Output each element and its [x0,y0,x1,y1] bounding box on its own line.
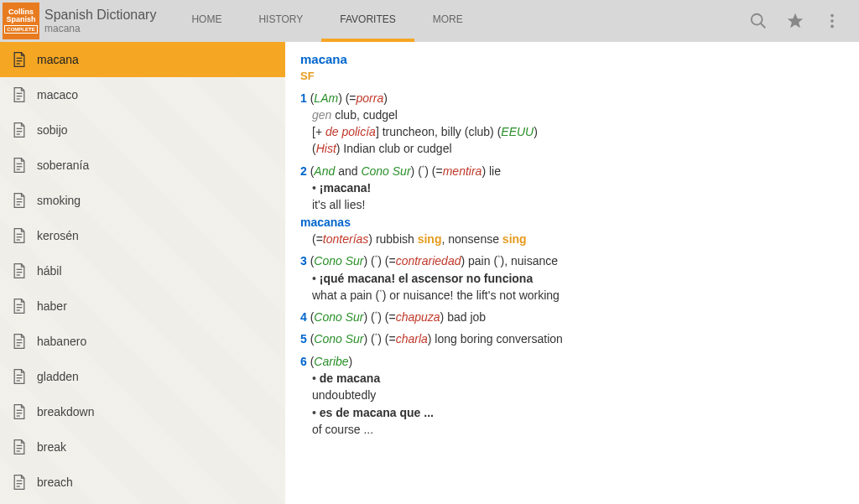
star-icon[interactable] [777,3,814,39]
list-item[interactable]: haber [0,288,285,324]
svg-point-0 [752,14,763,25]
sense-5: 5 (Cono Sur) (*) (=charla) long boring c… [300,330,844,347]
list-item[interactable]: brave [0,500,285,504]
list-item-label: macana [37,53,79,66]
list-item-label: breakdown [37,405,95,418]
main: macanamacacosobijosoberaníasmokingkerosé… [0,42,859,504]
list-item[interactable]: habanero [0,324,285,359]
search-icon[interactable] [740,3,777,39]
svg-point-3 [830,14,834,18]
sidebar[interactable]: macanamacacosobijosoberaníasmokingkerosé… [0,42,285,504]
headword: macana [300,50,844,69]
app-logo: Collins Spanish COMPLETE [3,3,39,39]
svg-marker-2 [788,13,803,28]
list-item-label: haber [37,299,67,313]
tab-history[interactable]: HISTORY [240,0,321,42]
list-item[interactable]: kerosén [0,218,285,253]
title-block: Spanish Dictionary macana [44,8,173,34]
svg-line-1 [761,23,766,29]
header-actions [740,3,859,39]
tab-home[interactable]: HOME [173,0,240,42]
tab-more[interactable]: MORE [414,0,482,42]
list-item-label: smoking [37,194,81,207]
list-item[interactable]: macana [0,42,285,77]
svg-point-4 [830,19,834,23]
list-item[interactable]: breach [0,465,285,500]
list-item-label: hábil [37,264,62,278]
logo-line2: Spanish [6,16,35,23]
sense-6: 6 (Caribe) • de macana undoubtedly • es … [300,353,844,438]
list-item-label: break [37,440,66,454]
list-item[interactable]: sobijo [0,112,285,148]
overflow-icon[interactable] [814,3,851,39]
list-item[interactable]: smoking [0,183,285,218]
list-item-label: gladden [37,370,79,383]
content[interactable]: macana SF 1 (LAm) (=porra) gen club, cud… [285,42,859,504]
app-subtitle: macana [44,23,156,34]
tab-favorites[interactable]: FAVORITES [321,0,414,42]
sense-2: 2 (And and Cono Sur) (*) (=mentira) lie … [300,163,844,247]
sense-1: 1 (LAm) (=porra) gen club, cudgel [+ de … [300,90,844,158]
list-item[interactable]: break [0,429,285,465]
list-item[interactable]: hábil [0,253,285,288]
list-item-label: breach [37,475,73,489]
list-item-label: sobijo [37,123,68,137]
app-title: Spanish Dictionary [44,8,156,23]
header: Collins Spanish COMPLETE Spanish Diction… [0,0,859,42]
sense-3: 3 (Cono Sur) (*) (=contrariedad) pain (*… [300,252,844,304]
list-item-label: habanero [37,335,86,348]
list-item[interactable]: soberanía [0,148,285,183]
list-item-label: macaco [37,88,78,101]
list-item-label: kerosén [37,229,79,242]
tabs: HOME HISTORY FAVORITES MORE [173,0,481,42]
list-item[interactable]: breakdown [0,394,285,429]
svg-point-5 [830,25,834,29]
part-of-speech: SF [300,69,844,85]
list-item-label: soberanía [37,158,89,172]
sense-4: 4 (Cono Sur) (*) (=chapuza) bad job [300,309,844,325]
list-item[interactable]: gladden [0,359,285,394]
list-item[interactable]: macaco [0,77,285,112]
logo-badge: COMPLETE [4,25,37,34]
